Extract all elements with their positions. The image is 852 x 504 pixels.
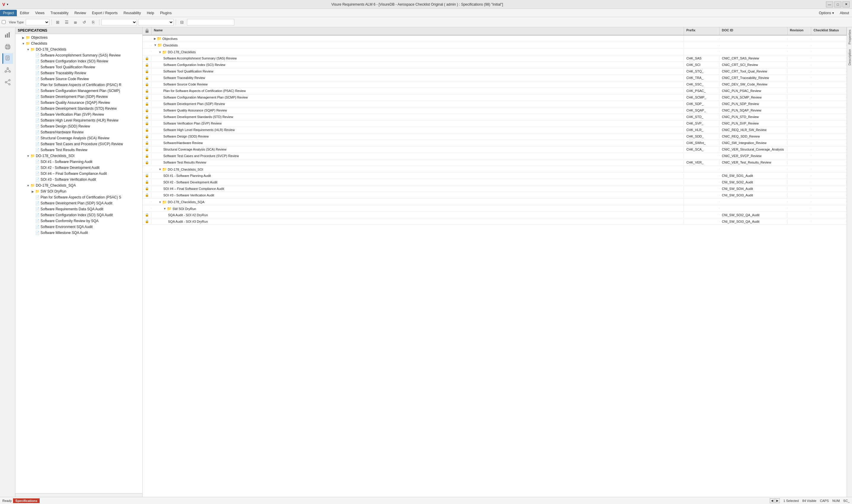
- list-item[interactable]: 📄 Software Environment SQA Audit: [15, 224, 142, 230]
- expand-do178-sqa[interactable]: ▼: [26, 183, 30, 187]
- toolbar-grid-icon[interactable]: ⊞: [54, 19, 61, 26]
- list-item[interactable]: 📄 Plan for Software Aspects of Certifica…: [15, 82, 142, 88]
- column-name[interactable]: Name: [151, 27, 684, 35]
- list-item[interactable]: 📄 Software Configuration Management Plan…: [15, 88, 142, 94]
- table-row[interactable]: 🔒 Software Accomplishment Summary (SAS) …: [143, 55, 847, 62]
- row-expand-icon[interactable]: ▼: [159, 200, 162, 204]
- list-item[interactable]: 📄 Software Milestone SQA Audit: [15, 230, 142, 236]
- tree-node-do178-soi[interactable]: ▼ 📁 DO-178_Checklists_SOI: [15, 153, 142, 159]
- list-item[interactable]: 📄 Software Quality Assurance (SQAP) Revi…: [15, 100, 142, 106]
- menu-options[interactable]: Options ▾: [816, 10, 837, 16]
- menu-views[interactable]: Views: [32, 10, 48, 16]
- table-row[interactable]: ▼ 📁 DO-178_Checklists: [143, 49, 847, 55]
- table-row[interactable]: 🔒 Software Tool Qualification Review CHK…: [143, 68, 847, 75]
- list-item[interactable]: 📄 Plan for Software Aspects of Certifica…: [15, 194, 142, 200]
- row-expand-icon[interactable]: ▼: [154, 43, 157, 47]
- toolbar-copy-icon[interactable]: ⎘: [89, 19, 97, 26]
- view-type-dropdown[interactable]: [26, 19, 49, 25]
- table-row[interactable]: 🔒 SOI #4 – Final Software Compliance Aud…: [143, 185, 847, 192]
- tree-node-objectives[interactable]: ▶ 📁 Objectives: [15, 35, 142, 40]
- column-docid[interactable]: DOC ID: [720, 27, 787, 35]
- list-item[interactable]: 📄 Software Accomplishment Summary (SAS) …: [15, 52, 142, 58]
- expand-checklists[interactable]: ▼: [21, 41, 25, 46]
- expand-sw-soi-dryrun[interactable]: ▶: [31, 189, 35, 194]
- menu-about[interactable]: About: [837, 10, 852, 16]
- menu-traceability[interactable]: Traceability: [48, 10, 72, 16]
- list-item[interactable]: 📄 Software Tool Qualification Review: [15, 64, 142, 70]
- expand-do178[interactable]: ▼: [26, 47, 30, 52]
- list-item[interactable]: 📄 Software Source Code Review: [15, 76, 142, 82]
- table-row[interactable]: 🔒 Software Development Standards (STD) R…: [143, 114, 847, 120]
- table-row[interactable]: ▼ 📁 Checklists: [143, 42, 847, 49]
- list-item[interactable]: 📄 Software Configuration Index (SCI) SQA…: [15, 212, 142, 218]
- toolbar-refresh-icon[interactable]: ↺: [80, 19, 88, 26]
- nav-next[interactable]: ▶: [775, 498, 780, 503]
- table-row[interactable]: 🔒 Software Test Cases and Procedure (SVC…: [143, 153, 847, 159]
- menu-plugins[interactable]: Plugins: [157, 10, 175, 16]
- expand-do178-soi[interactable]: ▼: [26, 154, 30, 158]
- list-item[interactable]: 📄 SOI #2 - Software Development Audit: [15, 165, 142, 171]
- table-row[interactable]: 🔒 Software/Hardware Review CHK_SWInt_ CN…: [143, 140, 847, 146]
- tree-node-do178-sqa[interactable]: ▼ 📁 DO-178_Checklists_SQA: [15, 182, 142, 188]
- list-item[interactable]: 📄 Software Verification Plan (SVP) Revie…: [15, 111, 142, 118]
- menu-review[interactable]: Review: [71, 10, 89, 16]
- iconbar-print[interactable]: [2, 41, 13, 52]
- table-row[interactable]: 🔒 Plan for Software Aspects of Certifica…: [143, 88, 847, 94]
- tree-horizontal-scrollbar[interactable]: [15, 493, 142, 497]
- toolbar-list-icon[interactable]: ☰: [63, 19, 70, 26]
- iconbar-share[interactable]: [2, 77, 13, 88]
- list-item[interactable]: 📄 Software Requirements Data SQA Audit: [15, 206, 142, 212]
- menu-export-reports[interactable]: Export / Reports: [89, 10, 121, 16]
- list-item[interactable]: 📄 Software Test Cases and Procedure (SVC…: [15, 141, 142, 147]
- tree-node-checklists[interactable]: ▼ 📁 Checklists: [15, 40, 142, 47]
- table-row[interactable]: 🔒 Software High Level Requirements (HLR)…: [143, 127, 847, 133]
- tree-node-sw-soi-dryrun[interactable]: ▶ 📁 SW SOI DryRun: [15, 188, 142, 194]
- description-tab[interactable]: Description: [847, 47, 852, 68]
- toolbar-checkbox[interactable]: [2, 20, 6, 24]
- column-prefix[interactable]: Prefix: [684, 27, 720, 35]
- table-row[interactable]: ▼ 📁 SW SOI DryRun: [143, 205, 847, 212]
- menu-reusability[interactable]: Reusability: [121, 10, 144, 16]
- row-expand-icon[interactable]: ▼: [163, 207, 166, 210]
- menu-help[interactable]: Help: [144, 10, 157, 16]
- iconbar-network[interactable]: [2, 65, 13, 76]
- list-item[interactable]: 📄 Software Traceability Review: [15, 70, 142, 76]
- list-item[interactable]: 📄 SOI #3 - Software Verification Audit: [15, 177, 142, 182]
- search-input[interactable]: [187, 19, 234, 25]
- column-revision[interactable]: Revision: [787, 27, 811, 35]
- table-row[interactable]: 🔒 SOI #1 - Software Planning Audit CNI_S…: [143, 173, 847, 179]
- table-row[interactable]: 🔒 SOI #2 - Software Development Audit CN…: [143, 179, 847, 185]
- row-expand-icon[interactable]: ▶: [154, 37, 156, 40]
- nav-prev[interactable]: ◀: [770, 498, 775, 503]
- list-item[interactable]: 📄 Software Development Plan (SDP) SQA Au…: [15, 200, 142, 206]
- list-item[interactable]: 📄 Software High Level Requirements (HLR)…: [15, 118, 142, 123]
- table-row[interactable]: 🔒 SOI #3 - Software Verification Audit C…: [143, 192, 847, 198]
- list-item[interactable]: 📄 Software Development Standards (STD) R…: [15, 106, 142, 111]
- specifications-badge[interactable]: Specifications: [13, 498, 40, 503]
- menu-project[interactable]: Project: [0, 10, 17, 16]
- column-checklist-status[interactable]: Checklist Status: [811, 27, 847, 35]
- list-item[interactable]: 📄 SOI #4 – Final Software Compliance Aud…: [15, 171, 142, 177]
- table-row[interactable]: ▼ 📁 DO-178_Checklists_SQA: [143, 198, 847, 205]
- toolbar-filter-icon[interactable]: ⊟: [178, 19, 186, 26]
- properties-tab[interactable]: Properties: [847, 27, 852, 47]
- row-expand-icon[interactable]: ▼: [159, 168, 162, 171]
- minimize-button[interactable]: —: [826, 1, 833, 7]
- list-item[interactable]: 📄 Software Design (SDD) Review: [15, 123, 142, 129]
- table-row[interactable]: 🔒 SQA Audit - SOI #3 DryRun CNI_SW_SOI3_…: [143, 218, 847, 225]
- table-row[interactable]: 🔒 Software Traceability Review CHK_TRA_ …: [143, 75, 847, 81]
- list-item[interactable]: 📄 Software Test Results Review: [15, 147, 142, 153]
- row-expand-icon[interactable]: ▼: [159, 51, 162, 54]
- menu-editor[interactable]: Editor: [17, 10, 32, 16]
- table-row[interactable]: 🔒 Software Source Code Review CHK_SSC_ C…: [143, 81, 847, 88]
- table-row[interactable]: 🔒 Structural Coverage Analysis (SCA) Rev…: [143, 146, 847, 153]
- list-item[interactable]: 📄 Structural Coverage Analysis (SCA) Rev…: [15, 135, 142, 141]
- list-item[interactable]: 📄 Software/Hardware Review: [15, 129, 142, 135]
- iconbar-chart[interactable]: [2, 30, 13, 40]
- toolbar-dropdown-3[interactable]: [138, 19, 174, 25]
- table-row[interactable]: 🔒 Software Quality Assurance (SQAP) Revi…: [143, 107, 847, 114]
- table-row[interactable]: 🔒 Software Configuration Management Plan…: [143, 94, 847, 101]
- table-row[interactable]: 🔒 Software Verification Plan (SVP) Revie…: [143, 120, 847, 127]
- list-item[interactable]: 📄 Software Development Plan (SDP) Review: [15, 94, 142, 100]
- table-row[interactable]: ▶ 📁 Objectives: [143, 36, 847, 42]
